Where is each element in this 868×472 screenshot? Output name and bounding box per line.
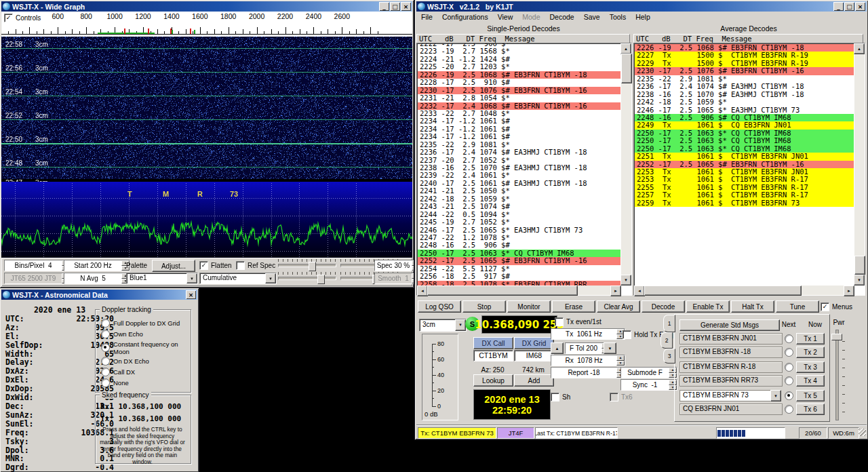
band-select[interactable]: 3cm ▼ bbox=[419, 319, 467, 332]
generate-std-msgs-button[interactable]: Generate Std Msgs bbox=[679, 319, 780, 331]
decode-row[interactable]: 2250 -17 2.5 1063 $* CQ CT1BYM IM68 bbox=[635, 137, 854, 144]
single-period-decodes-list[interactable]: 2222 -17 2.5 906 $* 2223 -19 2.7 1568 $*… bbox=[416, 43, 632, 296]
menu-save[interactable]: Save bbox=[579, 12, 605, 22]
next-radio-2[interactable] bbox=[785, 348, 793, 357]
dx-grid-button[interactable]: DX Grid bbox=[514, 337, 554, 349]
resize-grip[interactable] bbox=[859, 429, 866, 436]
scroll-down-icon[interactable]: ▼ bbox=[620, 275, 631, 286]
frequency-display[interactable]: 10.368,090 255 bbox=[481, 315, 557, 334]
waterfall[interactable]: 22:583cm22:563cm22:543cm22:523cm22:503cm… bbox=[1, 37, 412, 182]
button-erase[interactable]: Erase bbox=[552, 300, 595, 313]
tx-freq-spinner[interactable]: Tx 1061 Hz ▲▼ bbox=[551, 328, 625, 340]
doppler-option[interactable]: Call DX bbox=[101, 368, 189, 376]
down-arrow-icon[interactable]: ▼ bbox=[412, 266, 414, 271]
decode-row[interactable]: 2243 -21 2.5 1074 $# bbox=[418, 203, 620, 210]
button-tune[interactable]: Tune bbox=[776, 300, 819, 313]
scroll-down-icon[interactable]: ▼ bbox=[854, 275, 865, 286]
scrollbar-thumb[interactable] bbox=[854, 256, 865, 275]
next-radio-3[interactable] bbox=[785, 363, 793, 372]
menu-configurations[interactable]: Configurations bbox=[437, 12, 493, 22]
menu-tools[interactable]: Tools bbox=[605, 12, 631, 22]
vertical-scrollbar[interactable]: ▲ ▼ bbox=[854, 43, 865, 286]
decode-row[interactable]: 2251 Tx 1061 $ CT1BYM EB3FRN JN01 bbox=[635, 153, 854, 160]
radio-button[interactable] bbox=[101, 357, 110, 366]
up-arrow-icon[interactable]: ▲ bbox=[616, 355, 625, 361]
submode-spinner[interactable]: Submode F ▲▼ bbox=[620, 367, 677, 378]
menu-file[interactable]: File bbox=[416, 12, 437, 22]
decode-row[interactable]: 2234 -17 -1.2 1061 $# bbox=[418, 133, 620, 140]
dx-call-field[interactable]: CT1BYM bbox=[473, 350, 513, 361]
button-decode[interactable]: Decode bbox=[642, 300, 685, 313]
tx-now-button-3[interactable]: Tx 3 bbox=[796, 361, 825, 373]
scrollbar-thumb[interactable] bbox=[427, 286, 578, 296]
frequency-axis[interactable]: ✓ Controls 60080010001200140016001800200… bbox=[1, 12, 412, 37]
doppler-option[interactable]: Own Echo bbox=[101, 330, 189, 338]
doppler-option[interactable]: None bbox=[101, 378, 189, 387]
tx-tab-1[interactable]: 1 bbox=[663, 315, 675, 332]
button-enable-tx[interactable]: Enable Tx bbox=[686, 300, 730, 313]
scrollbar-thumb[interactable] bbox=[621, 54, 632, 83]
scroll-right-icon[interactable]: ► bbox=[610, 286, 621, 296]
sync-spinner[interactable]: Sync -1 ▲▼ bbox=[620, 379, 677, 391]
dropdown-icon[interactable]: ▼ bbox=[770, 390, 781, 401]
tx-now-button-1[interactable]: Tx 1 bbox=[796, 333, 825, 345]
radio-button[interactable] bbox=[101, 378, 110, 387]
next-radio-4[interactable] bbox=[785, 376, 793, 385]
next-radio-1[interactable] bbox=[785, 334, 793, 343]
button-clear-avg[interactable]: Clear Avg bbox=[597, 300, 640, 313]
scroll-up-icon[interactable]: ▲ bbox=[854, 43, 865, 54]
menus-checkbox[interactable]: ✓ Menus bbox=[821, 302, 852, 311]
maximize-icon[interactable]: □ bbox=[390, 2, 400, 11]
minimize-icon[interactable]: _ bbox=[833, 2, 844, 11]
tx-message-field-4[interactable]: CT1BYM EB3FRN RR73 bbox=[679, 375, 783, 387]
decode-row[interactable]: 2256 -18 2.5 917 $# bbox=[418, 273, 620, 280]
tx-now-button-6[interactable]: Tx 6 bbox=[796, 404, 825, 415]
dropdown-icon[interactable]: ▼ bbox=[186, 273, 197, 283]
button-halt-tx[interactable]: Halt Tx bbox=[731, 300, 774, 313]
tx-message-field-6[interactable]: CQ EB3FRN JN01 bbox=[679, 404, 783, 415]
close-icon[interactable]: × bbox=[855, 2, 865, 11]
add-button[interactable]: Add bbox=[514, 374, 554, 387]
button-monitor[interactable]: Monitor bbox=[507, 300, 551, 313]
decode-row[interactable]: 2236 -17 2.4 1074 $# EA3HMJ CT1BYM -18 bbox=[418, 149, 620, 156]
dropdown-icon[interactable]: ▼ bbox=[455, 319, 466, 331]
tx-now-button-4[interactable]: Tx 4 bbox=[796, 375, 825, 387]
doppler-option[interactable]: Full Doppler to DX Grid bbox=[101, 319, 189, 328]
menu-view[interactable]: View bbox=[493, 12, 518, 22]
average-decodes-list[interactable]: 2226 -19 2.5 1068 $# EB3FRN CT1BYM -1822… bbox=[633, 43, 865, 296]
doppler-option[interactable]: On DX Echo bbox=[101, 357, 189, 366]
rx-to-tx-icon[interactable]: ▼ bbox=[604, 342, 616, 354]
scroll-left-icon[interactable]: ◄ bbox=[417, 286, 428, 296]
flatten-checkbox[interactable]: ✓ Flatten bbox=[199, 261, 232, 270]
bins-pixel-spinner[interactable]: Bins/Pixel 4 ▲▼ bbox=[4, 260, 71, 271]
lookup-button[interactable]: Lookup bbox=[473, 374, 513, 387]
palette-select[interactable]: Blue1 ▼ bbox=[126, 273, 198, 284]
horizontal-scrollbar[interactable]: ◄ ► bbox=[634, 286, 854, 295]
next-radio-5[interactable] bbox=[785, 391, 793, 400]
radio-button[interactable] bbox=[101, 343, 110, 352]
scroll-left-icon[interactable]: ◄ bbox=[634, 286, 645, 296]
wide-graph-titlebar[interactable]: WSJT-X - Wide Graph _ □ × bbox=[1, 1, 412, 12]
tx-message-field-5[interactable]: CT1BYM EB3FRN 73 bbox=[679, 390, 773, 401]
menu-help[interactable]: Help bbox=[631, 12, 655, 22]
pwr-slider-thumb[interactable] bbox=[831, 334, 842, 340]
report-spinner[interactable]: Report -18 ▲▼ bbox=[551, 367, 625, 378]
adjust-button[interactable]: Adjust... bbox=[152, 260, 195, 272]
dx-call-button[interactable]: DX Call bbox=[473, 337, 513, 349]
decode-row[interactable]: 2252 -17 2.5 1065 $# EB3FRN CT1BYM -16 bbox=[418, 257, 620, 264]
spec-percent-spinner[interactable]: Spec 30 % ▲▼ bbox=[374, 260, 414, 271]
contrast-slider[interactable] bbox=[278, 272, 336, 280]
decode-row[interactable]: 2259 Tx 1061 $ CT1BYM EB3FRN 73 bbox=[635, 199, 854, 207]
tx-message-field-2[interactable]: CT1BYM EB3FRN -18 bbox=[679, 347, 783, 358]
up-arrow-icon[interactable]: ▲ bbox=[412, 260, 414, 266]
scroll-right-icon[interactable]: ► bbox=[844, 286, 854, 296]
decode-row[interactable]: 2258 -18 2.5 1078 $* EB3FRN CT1BYM RRR bbox=[418, 281, 620, 286]
button-log-qso[interactable]: Log QSO bbox=[418, 300, 461, 313]
spectrum[interactable]: TMR73 bbox=[1, 182, 412, 258]
decode-row[interactable]: 2236 -17 2.4 1074 $# EA3HMJ CT1BYM -18 bbox=[635, 83, 854, 90]
close-icon[interactable]: × bbox=[401, 2, 411, 11]
doppler-option[interactable]: Constant frequency on Moon bbox=[101, 340, 189, 355]
scroll-up-icon[interactable]: ▲ bbox=[620, 43, 631, 54]
maximize-icon[interactable]: □ bbox=[844, 2, 854, 11]
vertical-scrollbar[interactable]: ▲ ▼ bbox=[621, 43, 631, 286]
